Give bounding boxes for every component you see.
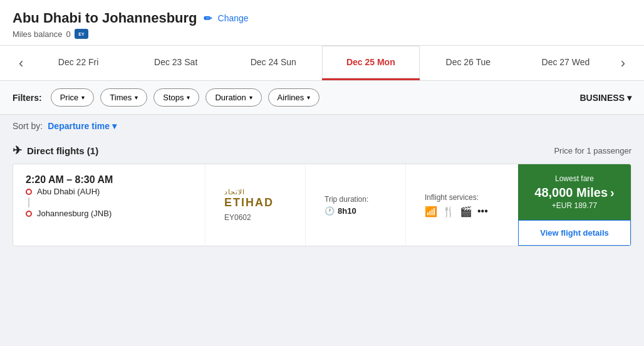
- miles-icon: EY: [75, 29, 88, 39]
- airline-section: الاتحاد ETIHAD EY0602: [205, 164, 305, 246]
- duration-label: Trip duration:: [325, 195, 387, 204]
- header: Abu Dhabi to Johannesburg ✏ Change Miles…: [0, 0, 644, 46]
- date-dec25[interactable]: Dec 25 Mon: [322, 46, 420, 80]
- price-section: Lowest fare 48,000 Miles › +EUR 189.77 V…: [518, 164, 631, 246]
- fare-miles: 48,000 Miles ›: [534, 186, 614, 200]
- duration-filter-label: Duration: [215, 93, 246, 102]
- filters-label: Filters:: [13, 93, 42, 103]
- wifi-icon: 📶: [425, 206, 437, 218]
- airlines-chevron-icon: ▾: [307, 94, 310, 101]
- date-scroll: Dec 22 Fri Dec 23 Sat Dec 24 Sun Dec 25 …: [29, 46, 614, 80]
- sort-value-text: Departure time: [48, 121, 110, 131]
- duration-value: 🕐 8h10: [325, 206, 387, 216]
- times-chevron-icon: ▾: [135, 94, 138, 101]
- plane-icon: ✈: [13, 144, 22, 157]
- fare-miles-text: 48,000 Miles: [534, 186, 608, 200]
- section-title: ✈ Direct flights (1): [13, 144, 98, 157]
- origin-text: Abu Dhabi (AUH): [37, 187, 100, 196]
- price-filter-label: Price: [60, 93, 79, 102]
- cabin-label: BUSINESS: [579, 93, 625, 103]
- route-text: Abu Dhabi to Johannesburg: [13, 10, 197, 26]
- fare-eur-text: +EUR 189.77: [552, 201, 597, 210]
- next-date-arrow[interactable]: ›: [615, 49, 631, 78]
- miles-balance: Miles balance 0 EY: [13, 29, 631, 39]
- clock-icon: 🕐: [325, 206, 335, 216]
- date-dec26[interactable]: Dec 26 Tue: [420, 46, 517, 80]
- filters-bar: Filters: Price ▾ Times ▾ Stops ▾ Duratio…: [0, 81, 644, 115]
- results-section: ✈ Direct flights (1) Price for 1 passeng…: [0, 137, 644, 253]
- destination-text: Johannesburg (JNB): [37, 209, 112, 218]
- stops-chevron-icon: ▾: [187, 94, 190, 101]
- flight-time: 2:20 AM – 8:30 AM: [26, 174, 192, 186]
- airline-english: ETIHAD: [224, 196, 274, 209]
- services-label: Inflight services:: [425, 193, 499, 202]
- services-section: Inflight services: 📶 🍴 🎬 •••: [405, 164, 518, 246]
- pencil-icon: ✏: [204, 13, 212, 24]
- date-navigation: ‹ Dec 22 Fri Dec 23 Sat Dec 24 Sun Dec 2…: [0, 46, 644, 81]
- sort-chevron-icon: ▾: [112, 121, 117, 131]
- flight-number: EY0602: [224, 213, 251, 222]
- duration-time: 8h10: [338, 206, 356, 216]
- change-link[interactable]: Change: [218, 13, 249, 23]
- more-services-icon: •••: [477, 206, 488, 217]
- date-dec24[interactable]: Dec 24 Sun: [224, 46, 322, 80]
- flight-card: 2:20 AM – 8:30 AM Abu Dhabi (AUH) Johann…: [13, 164, 631, 246]
- cabin-chevron-icon: ▾: [627, 93, 631, 103]
- destination-dot: [26, 211, 32, 217]
- route-title: Abu Dhabi to Johannesburg ✏ Change: [13, 10, 631, 26]
- miles-value: 0: [66, 29, 71, 39]
- flight-info: 2:20 AM – 8:30 AM Abu Dhabi (AUH) Johann…: [13, 164, 205, 246]
- date-dec22[interactable]: Dec 22 Fri: [29, 46, 127, 80]
- duration-label-text: Trip duration:: [325, 195, 368, 204]
- price-note: Price for 1 passenger: [554, 146, 631, 155]
- etihad-logo: الاتحاد ETIHAD: [224, 188, 274, 209]
- duration-chevron-icon: ▾: [249, 94, 252, 101]
- destination-point: Johannesburg (JNB): [26, 209, 192, 218]
- fare-box[interactable]: Lowest fare 48,000 Miles › +EUR 189.77: [518, 164, 631, 220]
- sort-bar: Sort by: Departure time ▾: [0, 115, 644, 137]
- sort-label: Sort by:: [13, 121, 43, 131]
- section-header: ✈ Direct flights (1) Price for 1 passeng…: [13, 144, 631, 157]
- origin-point: Abu Dhabi (AUH): [26, 187, 192, 196]
- cabin-selector[interactable]: BUSINESS ▾: [579, 93, 631, 103]
- date-dec23[interactable]: Dec 23 Sat: [127, 46, 225, 80]
- entertainment-icon: 🎬: [460, 206, 472, 218]
- origin-dot: [26, 189, 32, 195]
- section-title-text: Direct flights (1): [27, 145, 98, 156]
- airlines-filter-button[interactable]: Airlines ▾: [268, 88, 320, 107]
- services-icons: 📶 🍴 🎬 •••: [425, 206, 499, 218]
- dining-icon: 🍴: [442, 206, 455, 218]
- duration-section: Trip duration: 🕐 8h10: [305, 164, 405, 246]
- times-filter-label: Times: [110, 93, 132, 102]
- fare-label: Lowest fare: [555, 174, 594, 183]
- miles-label: Miles balance: [13, 29, 63, 39]
- view-flight-details-button[interactable]: View flight details: [518, 220, 631, 246]
- price-chevron-icon: ▾: [81, 94, 85, 101]
- svg-text:EY: EY: [78, 32, 85, 36]
- fare-arrow-icon: ›: [610, 186, 615, 200]
- stops-filter-button[interactable]: Stops ▾: [153, 88, 199, 107]
- airlines-filter-label: Airlines: [278, 93, 304, 102]
- price-filter-button[interactable]: Price ▾: [51, 88, 95, 107]
- route-line: [28, 197, 29, 207]
- date-dec27[interactable]: Dec 27 Wed: [517, 46, 615, 80]
- sort-value-button[interactable]: Departure time ▾: [48, 121, 117, 131]
- times-filter-button[interactable]: Times ▾: [100, 88, 147, 107]
- prev-date-arrow[interactable]: ‹: [13, 49, 29, 78]
- duration-filter-button[interactable]: Duration ▾: [205, 88, 261, 107]
- flight-route: Abu Dhabi (AUH) Johannesburg (JNB): [26, 187, 192, 218]
- stops-filter-label: Stops: [163, 93, 184, 102]
- airline-arabic: الاتحاد: [224, 188, 274, 196]
